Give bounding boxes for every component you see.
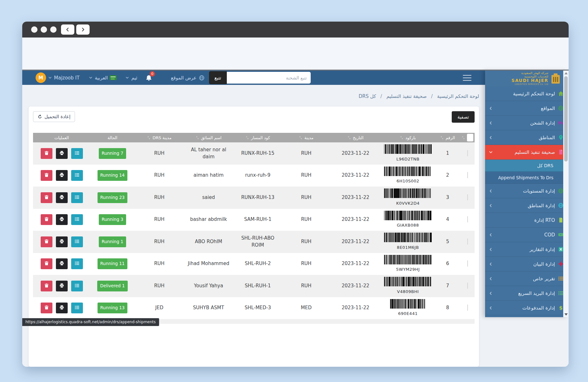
sidebar: شركة الهجر السعودية للخدمات اللوجستية SA… bbox=[485, 71, 569, 317]
menu-icon[interactable] bbox=[463, 75, 471, 81]
trash-icon bbox=[44, 283, 49, 289]
sidebar-item-express-mail[interactable]: إدارة البريد السريع bbox=[485, 286, 569, 301]
sidebar-item-reports[interactable]: إدارة التقارير bbox=[485, 242, 569, 257]
list-icon bbox=[75, 261, 79, 267]
reload-button[interactable]: إعادة التحميل bbox=[33, 111, 75, 122]
delete-button[interactable] bbox=[41, 303, 52, 313]
notifications-button[interactable]: 0 bbox=[145, 74, 152, 82]
column-header-driver[interactable]: اسم السائق bbox=[184, 133, 233, 142]
column-header-city[interactable]: مدينة bbox=[282, 133, 330, 142]
print-button[interactable] bbox=[56, 258, 68, 269]
dollar-icon: $ bbox=[558, 305, 564, 310]
cell-date bbox=[330, 319, 381, 324]
scroll-down-arrow-icon[interactable] bbox=[564, 313, 568, 316]
barcode-label: K0VVK2D4 bbox=[384, 201, 432, 207]
print-button[interactable] bbox=[56, 192, 68, 203]
details-list-button[interactable] bbox=[71, 192, 83, 203]
printer-icon bbox=[59, 151, 64, 156]
print-button[interactable] bbox=[56, 236, 68, 247]
delete-button[interactable] bbox=[41, 148, 52, 159]
language-menu[interactable]: العربية bbox=[95, 75, 108, 81]
card-toolbar: إعادة التحميل تصفية bbox=[33, 111, 475, 125]
cell-barcode: 6H10S002 bbox=[381, 165, 435, 187]
sidebar-item-payments[interactable]: إدارة المدفوعات$ bbox=[485, 301, 569, 315]
print-button[interactable] bbox=[56, 170, 68, 181]
row-actions bbox=[34, 148, 89, 159]
desktop-background: M Majzoob IT العربية ثيم 0 bbox=[0, 0, 588, 382]
delete-button[interactable] bbox=[41, 214, 52, 225]
file-icon bbox=[558, 217, 564, 223]
cell-city: RUH bbox=[282, 187, 330, 209]
filter-button[interactable]: تصفية bbox=[452, 111, 475, 123]
window-control-dot-2[interactable] bbox=[41, 26, 47, 33]
sidebar-item-regions[interactable]: المناطق bbox=[485, 130, 569, 145]
sidebar-item-rto[interactable]: إدارة RTO bbox=[485, 213, 569, 228]
user-menu[interactable]: Majzoob IT bbox=[54, 75, 79, 81]
table-header-row: الرقمباركودالتاريخمدينةكود المساراسم الس… bbox=[33, 133, 475, 142]
delete-button[interactable] bbox=[41, 258, 52, 269]
details-list-button[interactable] bbox=[71, 148, 83, 159]
sidebar-item-label: COD bbox=[544, 232, 555, 238]
row-checkbox[interactable] bbox=[467, 260, 468, 267]
window-titlebar bbox=[22, 22, 569, 38]
track-shipment-input[interactable] bbox=[227, 72, 311, 84]
column-header-num[interactable]: الرقم bbox=[435, 133, 460, 142]
sidebar-item-special-report[interactable]: تقرير خاص bbox=[485, 271, 569, 286]
row-checkbox[interactable] bbox=[467, 150, 468, 156]
select-all-checkbox[interactable] bbox=[467, 134, 473, 141]
theme-menu[interactable]: ثيم bbox=[131, 75, 137, 81]
print-button[interactable] bbox=[56, 303, 68, 313]
delete-button[interactable] bbox=[41, 192, 52, 203]
track-button[interactable]: تتبع bbox=[209, 71, 227, 84]
sidebar-item-levels[interactable]: إدارة المستويات bbox=[485, 184, 569, 198]
sidebar-subitem-all-drs[interactable]: كل DRS bbox=[485, 160, 569, 172]
sidebar-logo: شركة الهجر السعودية للخدمات اللوجستية SA… bbox=[485, 71, 569, 86]
sidebar-item-cod[interactable]: COD bbox=[485, 228, 569, 242]
scrollbar-thumb[interactable] bbox=[564, 76, 568, 161]
sidebar-item-dashboard[interactable]: لوحة التحكم الرئيسية bbox=[485, 86, 569, 101]
details-list-button[interactable] bbox=[71, 258, 83, 269]
cell-barcode: 8E01M6JB bbox=[381, 231, 435, 253]
row-checkbox[interactable] bbox=[467, 216, 468, 222]
details-list-button[interactable] bbox=[71, 170, 83, 181]
sort-icon bbox=[246, 136, 249, 140]
sidebar-item-shipping[interactable]: إدارة الشحن bbox=[485, 116, 569, 130]
row-checkbox[interactable] bbox=[467, 194, 468, 201]
sidebar-item-delivery-run-sheet[interactable]: صحيفة تنفيذ التسليم bbox=[485, 145, 569, 160]
user-avatar[interactable]: M bbox=[36, 72, 46, 83]
breadcrumb-item-dashboard[interactable]: لوحة التحكم الرئيسية bbox=[437, 93, 479, 99]
company-logo-icon bbox=[551, 73, 560, 84]
sidebar-subitem-append-shipments[interactable]: Append Shipments To Drs bbox=[485, 172, 569, 184]
breadcrumb-item-drs[interactable]: صحيفة تنفيذ التسليم bbox=[386, 93, 427, 99]
delete-button[interactable] bbox=[41, 170, 52, 181]
column-header-barcode[interactable]: باركود bbox=[381, 133, 435, 142]
details-list-button[interactable] bbox=[71, 214, 83, 225]
breadcrumb-separator: / bbox=[381, 93, 382, 99]
forward-button[interactable] bbox=[76, 24, 90, 35]
sidebar-item-areas[interactable]: إدارة المناطق bbox=[485, 198, 569, 213]
details-list-button[interactable] bbox=[71, 303, 83, 313]
print-button[interactable] bbox=[56, 281, 68, 291]
window-control-dot-1[interactable] bbox=[31, 26, 37, 33]
window-control-dot-3[interactable] bbox=[50, 26, 57, 33]
row-checkbox[interactable] bbox=[467, 238, 468, 245]
delete-button[interactable] bbox=[41, 236, 52, 247]
column-header-date[interactable]: التاريخ bbox=[330, 133, 381, 142]
row-checkbox[interactable] bbox=[467, 172, 468, 178]
column-header-drs_city[interactable]: مدينة DRS bbox=[135, 133, 184, 142]
details-list-button[interactable] bbox=[71, 281, 83, 291]
view-site-link[interactable]: عرض الموقع bbox=[171, 75, 204, 81]
delete-button[interactable] bbox=[41, 281, 52, 291]
row-checkbox[interactable] bbox=[467, 283, 468, 289]
scroll-up-arrow-icon[interactable] bbox=[564, 72, 568, 74]
print-button[interactable] bbox=[56, 148, 68, 159]
sidebar-item-bayan[interactable]: إدارة البيان bbox=[485, 257, 569, 271]
column-header-route[interactable]: كود المسار bbox=[233, 133, 282, 142]
sidebar-item-locations[interactable]: المواقع bbox=[485, 101, 569, 116]
row-checkbox[interactable] bbox=[467, 304, 468, 311]
print-button[interactable] bbox=[56, 214, 68, 225]
row-actions bbox=[34, 170, 89, 181]
details-list-button[interactable] bbox=[71, 236, 83, 247]
back-button[interactable] bbox=[61, 24, 74, 35]
column-header-checkbox[interactable] bbox=[460, 133, 475, 142]
